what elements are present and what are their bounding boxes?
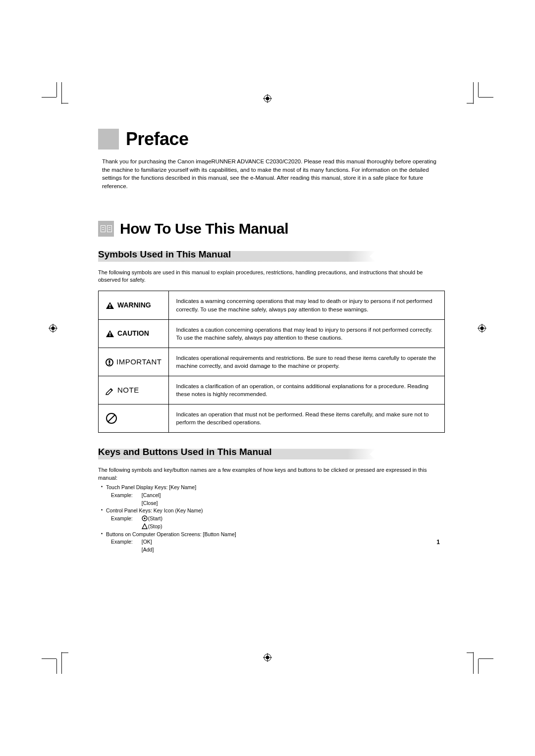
prohibit-text: Indicates an operation that must not be … [169, 404, 445, 433]
note-text: Indicates a clarification of an operatio… [169, 376, 445, 404]
control-ex2-row: (Stop) [142, 523, 162, 531]
warning-text: Indicates a warning concerning operation… [169, 291, 445, 319]
page-content: Preface Thank you for purchasing the Can… [98, 129, 445, 554]
svg-line-27 [108, 415, 115, 422]
crop-mark [478, 659, 479, 674]
touch-ex2: [Close] [142, 500, 161, 507]
example-label: Example: [111, 538, 133, 554]
crop-mark [61, 652, 62, 674]
table-row: IMPORTANT Indicates operational requirem… [99, 348, 445, 376]
control-ex1-row: (Start) [142, 515, 162, 523]
example-label: Example: [111, 515, 133, 531]
registration-mark-icon [478, 324, 486, 333]
svg-rect-20 [109, 332, 110, 335]
control-keys-title: Control Panel Keys: Key Icon (Key Name) [106, 507, 203, 513]
list-item: Touch Panel Display Keys: [Key Name] Exa… [101, 484, 445, 507]
caution-label: CAUTION [117, 329, 149, 337]
svg-rect-23 [109, 360, 110, 363]
symbols-table: WARNING Indicates a warning concerning o… [98, 291, 445, 433]
svg-point-29 [144, 517, 145, 519]
important-icon [106, 358, 113, 366]
buttons-ex1: [OK] [142, 538, 154, 546]
important-label-cell: IMPORTANT [99, 348, 169, 376]
warning-icon [106, 302, 114, 309]
preface-heading-row: Preface [98, 129, 445, 150]
warning-label-cell: WARNING [99, 291, 169, 319]
preface-intro: Thank you for purchasing the Canon image… [102, 157, 445, 191]
table-row: Indicates an operation that must not be … [99, 404, 445, 433]
control-ex2: (Stop) [148, 523, 162, 529]
svg-marker-30 [142, 524, 147, 529]
buttons-title: Buttons on Computer Operation Screens: [… [106, 531, 236, 537]
start-key-icon [142, 515, 148, 521]
list-item: Control Panel Keys: Key Icon (Key Name) … [101, 507, 445, 530]
crop-mark [479, 97, 493, 98]
keys-list: Touch Panel Display Keys: [Key Name] Exa… [98, 484, 445, 554]
registration-mark-icon [263, 94, 272, 103]
crop-mark [42, 97, 56, 98]
crop-mark [467, 653, 474, 653]
crop-mark [479, 658, 493, 659]
registration-mark-icon [49, 324, 57, 333]
svg-rect-21 [109, 335, 110, 336]
prohibit-icon [106, 412, 117, 424]
howto-title: How To Use This Manual [120, 220, 288, 237]
symbols-heading: Symbols Used in This Manual [98, 251, 445, 262]
note-label-cell: NOTE [99, 376, 169, 404]
important-text: Indicates operational requirements and r… [169, 348, 445, 376]
control-ex1: (Start) [148, 515, 162, 521]
registration-mark-icon [263, 653, 272, 662]
crop-mark [467, 103, 474, 103]
crop-mark [42, 658, 56, 659]
crop-mark [61, 103, 68, 103]
symbols-heading-text: Symbols Used in This Manual [98, 249, 231, 260]
caution-label-cell: CAUTION [99, 319, 169, 348]
manual-icon [98, 221, 114, 237]
crop-mark [56, 82, 57, 97]
note-icon [106, 387, 114, 395]
crop-mark [61, 653, 68, 653]
keys-heading: Keys and Buttons Used in This Manual [98, 449, 445, 459]
crop-mark [56, 659, 57, 674]
prohibit-label-cell [99, 404, 169, 433]
list-item: Buttons on Computer Operation Screens: [… [101, 531, 445, 554]
table-row: WARNING Indicates a warning concerning o… [99, 291, 445, 319]
preface-title: Preface [126, 129, 189, 150]
page-number: 1 [436, 539, 440, 546]
heading-block-icon [98, 129, 119, 150]
note-label: NOTE [117, 386, 139, 394]
svg-rect-18 [109, 307, 110, 308]
example-label: Example: [111, 492, 133, 507]
buttons-ex2: [Add] [142, 546, 154, 554]
svg-rect-17 [109, 304, 110, 306]
caution-icon [106, 330, 114, 338]
svg-rect-24 [109, 364, 110, 365]
caution-text: Indicates a caution concerning operation… [169, 319, 445, 348]
keys-lead: The following symbols and key/button nam… [98, 466, 445, 482]
touch-keys-title: Touch Panel Display Keys: [Key Name] [106, 484, 196, 490]
warning-label: WARNING [117, 301, 151, 309]
table-row: NOTE Indicates a clarification of an ope… [99, 376, 445, 404]
crop-mark [61, 82, 62, 104]
table-row: CAUTION Indicates a caution concerning o… [99, 319, 445, 348]
crop-mark [478, 82, 479, 97]
symbols-lead: The following symbols are used in this m… [98, 269, 445, 284]
keys-heading-text: Keys and Buttons Used in This Manual [98, 447, 272, 457]
crop-mark [473, 82, 474, 104]
stop-key-icon [142, 523, 148, 529]
touch-ex1: [Cancel] [142, 492, 161, 500]
crop-mark [473, 652, 474, 674]
howto-heading-row: How To Use This Manual [98, 220, 445, 237]
important-label: IMPORTANT [116, 357, 161, 366]
